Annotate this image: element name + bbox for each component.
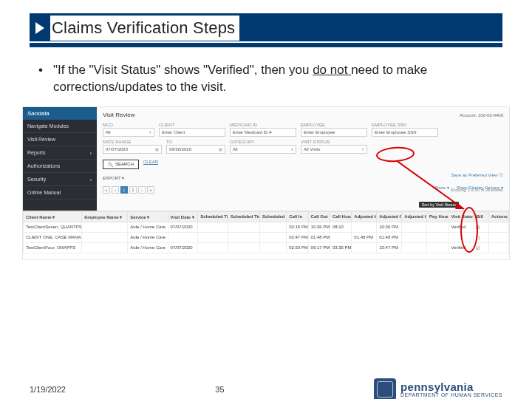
export-button[interactable]: EXPORT ▾ <box>103 175 503 180</box>
cell: 10:47 PM <box>377 242 402 253</box>
cell: CLIENT ONE, CASE MANAGERPS <box>24 232 82 242</box>
cell: 02:50 PM <box>287 242 308 253</box>
col-header[interactable]: Scheduled Time Out <box>228 211 260 222</box>
cell <box>488 232 508 242</box>
cell <box>259 222 286 232</box>
clear-button[interactable]: CLEAR <box>143 160 158 169</box>
visit-status-cell: Verified <box>449 242 474 253</box>
date-from-input[interactable]: 07/07/2020▦ <box>103 145 162 154</box>
title-arrow-icon <box>35 22 44 34</box>
pager-last[interactable]: » <box>147 186 154 194</box>
cell <box>427 222 449 232</box>
slide-footer: 1/19/2022 35 pennsylvania DEPARTMENT OF … <box>0 378 532 399</box>
col-header[interactable]: Pay Hours <box>427 211 449 222</box>
footer-date: 1/19/2022 <box>30 385 66 394</box>
pennsylvania-logo: pennsylvania DEPARTMENT OF HUMAN SERVICE… <box>374 378 502 399</box>
employee-ssn-input[interactable]: Enter Employee SSN <box>372 128 438 137</box>
col-header[interactable]: Employee Name ▾ <box>82 211 128 222</box>
sidebar-item-manual[interactable]: Online Manual <box>23 186 97 200</box>
sidebar-item-security[interactable]: Security▸ <box>23 173 97 186</box>
cell: 01:48 PM <box>308 232 330 242</box>
cell: 07/07/2020 <box>168 242 198 253</box>
sidebar-item-navigate[interactable]: Navigate Modules <box>23 120 97 133</box>
cell: ☑ <box>474 222 488 232</box>
cell: 10:36 PM <box>377 222 402 232</box>
cell: 01:48 PM <box>377 232 402 242</box>
cell: 10:36 PM <box>308 222 330 232</box>
cell <box>352 242 377 253</box>
pager-prev[interactable]: ‹ <box>112 186 119 194</box>
col-header[interactable]: Actions <box>488 211 508 222</box>
col-header[interactable]: Adjusted Hours <box>402 211 427 222</box>
sidebar-item-authorizations[interactable]: Authorizations <box>23 160 97 173</box>
sidebar-item-reports[interactable]: Reports▸ <box>23 146 97 160</box>
col-header[interactable]: Call In <box>287 211 308 222</box>
screenshot-panel: Sandata Navigate Modules Visit Review Re… <box>22 106 510 260</box>
col-header[interactable]: Call Out <box>308 211 330 222</box>
cell <box>402 222 427 232</box>
footer-page: 35 <box>215 385 224 394</box>
account-info: Account: 100-03-0400 <box>460 113 503 117</box>
search-button[interactable]: 🔍SEARCH <box>103 160 139 169</box>
cell <box>259 232 286 242</box>
cell <box>259 242 286 253</box>
visit-status-select[interactable]: All Visits▾ <box>301 145 367 154</box>
table-row[interactable]: CLIENT ONE, CASE MANAGERPSAide / Home Ca… <box>24 232 509 242</box>
cell: ☐ <box>474 232 488 242</box>
visit-review-panel: Visit Review Account: 100-03-0400 MCOAll… <box>97 107 509 211</box>
col-header[interactable]: Bill <box>474 211 488 222</box>
category-select[interactable]: All▾ <box>230 145 296 154</box>
cell <box>427 232 449 242</box>
cell: 08:10 <box>330 222 351 232</box>
cell: 02:47 PM <box>287 232 308 242</box>
title-bar: Claims Verification Steps <box>30 13 502 47</box>
cell <box>82 242 128 253</box>
pager-page-1[interactable]: 1 <box>120 186 128 194</box>
col-header[interactable]: Call Hours <box>330 211 351 222</box>
chevron-icon: ▸ <box>90 177 92 182</box>
cell <box>168 232 198 242</box>
slide-title: Claims Verification Steps <box>50 16 239 41</box>
table-row[interactable]: TestClientSeven, QUANTPSAide / Home Care… <box>24 222 509 232</box>
sidebar-item-visit-review[interactable]: Visit Review <box>23 133 97 146</box>
cell: 09:17 PM <box>308 242 330 253</box>
sidebar-logo: Sandata <box>23 107 97 120</box>
search-icon: 🔍 <box>108 162 113 167</box>
table-row[interactable]: TestClientFour, OMAPPSAide / Home Care07… <box>24 242 509 253</box>
cell: TestClientSeven, QUANTPS <box>24 222 82 232</box>
save-preferred-link[interactable]: Save as Preferred View ⓘ <box>451 172 503 179</box>
calendar-icon: ▦ <box>219 147 222 151</box>
visit-status-cell: Verified <box>449 222 474 232</box>
cell: ☑ <box>474 242 488 253</box>
sort-badge: Sort by Visit Status <box>419 202 459 208</box>
pager: « ‹ 1 2 › » <box>103 186 154 194</box>
app-sidebar: Sandata Navigate Modules Visit Review Re… <box>23 107 97 211</box>
col-header[interactable]: Visit Date ▾ <box>168 211 198 222</box>
col-header[interactable]: Adjusted In <box>352 211 377 222</box>
col-header[interactable]: Scheduled Time In <box>198 211 228 222</box>
mco-select[interactable]: All▾ <box>103 128 154 137</box>
show-link[interactable]: Show ▾ <box>434 185 449 190</box>
col-header[interactable]: Service ▾ <box>128 211 168 222</box>
cell <box>228 242 260 253</box>
panel-title: Visit Review <box>103 112 134 118</box>
client-input[interactable]: Enter Client <box>159 128 225 137</box>
col-header[interactable]: Adjusted Out <box>377 211 402 222</box>
cell <box>488 222 508 232</box>
medicaid-input[interactable]: Enter Medicaid ID # <box>230 128 296 137</box>
cell <box>427 242 449 253</box>
col-header[interactable]: Scheduled Hrs <box>259 211 286 222</box>
pager-next[interactable]: › <box>138 186 146 194</box>
cell <box>82 232 128 242</box>
col-header[interactable]: Visit Status <box>449 211 474 222</box>
display-options-link[interactable]: Show Display Options ▾ <box>457 185 503 190</box>
pager-first[interactable]: « <box>103 186 110 194</box>
col-header[interactable]: Client Name ▾ <box>24 211 82 222</box>
cell <box>402 242 427 253</box>
pager-page-2[interactable]: 2 <box>129 186 137 194</box>
cell: TestClientFour, OMAPPS <box>24 242 82 253</box>
date-to-input[interactable]: 09/30/2020▦ <box>166 145 225 154</box>
cell: Aide / Home Care <box>128 242 168 253</box>
bullet-text: • "If the "Visit Status" shows "Verified… <box>38 62 494 96</box>
employee-input[interactable]: Enter Employee <box>301 128 367 137</box>
